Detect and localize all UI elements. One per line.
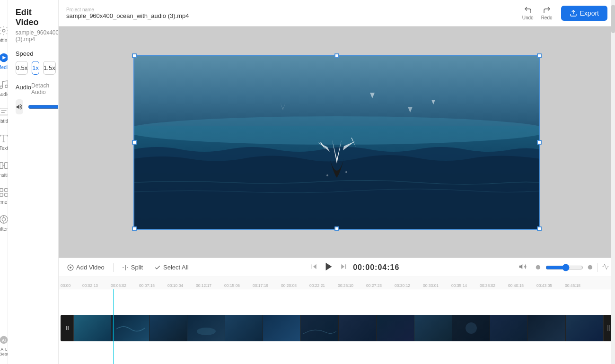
svg-rect-16 [5,189,8,191]
svg-rect-50 [66,326,67,330]
svg-point-30 [326,174,328,176]
play-button[interactable] [324,261,334,273]
thumb-11 [452,315,490,341]
audio-label: Audio [16,84,31,91]
svg-rect-17 [0,193,3,196]
sidebar-item-elements[interactable]: Elements [0,183,8,208]
empty-track-space [59,289,615,313]
speed-btn-1x[interactable]: 1x [32,61,39,75]
sidebar-item-media[interactable]: Media [0,49,8,74]
sidebar-item-settings[interactable]: Settings [0,22,8,47]
video-preview [133,55,540,230]
thumb-6 [263,315,301,341]
sidebar-label-elements: Elements [0,199,8,205]
timeline-volume-button[interactable] [518,262,527,272]
thumb-13 [528,315,566,341]
undo-redo-group: Undo Redo [519,4,555,22]
preview-header: Project name sample_960x400_ocean_with_a… [59,0,615,26]
tracks-container [59,289,615,364]
sidebar-item-subtitles[interactable]: Subtitles [0,103,8,128]
audio-header: Audio Detach Audio [16,82,51,95]
timeline-ruler: 00:00 00:02:13 00:05:02 00:07:15 00:10:0… [59,277,615,289]
svg-point-20 [2,217,5,221]
rewind-button[interactable] [310,263,318,272]
video-track [61,315,613,341]
edit-panel: Edit Video sample_960x400_ocean_with_aud… [8,0,59,364]
timeline-center-controls: 00:00:04:16 [197,261,513,273]
speed-btn-0-5x[interactable]: 0.5x [16,61,28,75]
sidebar-item-transitions[interactable]: Transitions [0,156,8,182]
svg-marker-38 [326,263,332,271]
speed-buttons: 0.5x 1x 1.5x 2x [16,61,51,75]
detach-audio-button[interactable]: Detach Audio [31,82,51,95]
toolbar-separator-1 [113,263,114,272]
sidebar-label-ai: A.I. (Beta) [0,347,8,356]
audio-volume-slider[interactable] [28,103,59,111]
sidebar-item-text[interactable]: Text [0,130,8,155]
zoom-in-icon [587,264,594,271]
project-info: Project name sample_960x400_ocean_with_a… [66,7,189,19]
sidebar: Settings Media Audio Subtitles [0,0,8,364]
svg-rect-18 [5,193,8,196]
scrollbar-thumb[interactable] [611,5,615,33]
svg-point-44 [588,265,592,269]
split-button[interactable]: Split [119,262,146,273]
fast-forward-button[interactable] [340,263,347,272]
svg-rect-7 [0,108,8,115]
svg-point-6 [5,85,8,88]
thumb-12 [490,315,528,341]
thumb-9 [377,315,414,341]
svg-point-41 [536,265,540,269]
svg-text:AI: AI [2,338,6,343]
sidebar-item-audio[interactable]: Audio [0,76,8,101]
audio-mute-button[interactable] [16,99,23,114]
audio-volume-control: 100% [28,103,59,111]
toolbar-separator-2 [531,263,531,272]
thumb-2 [112,315,149,341]
thumb-4 [187,315,225,341]
sidebar-item-ai[interactable]: AI A.I. (Beta) [0,331,8,360]
timeline-toolbar: Add Video Split Select All [59,258,615,277]
add-video-button[interactable]: Add Video [64,262,107,273]
speed-btn-1-5x[interactable]: 1.5x [43,61,56,75]
thumb-3 [149,315,187,341]
svg-line-42 [540,269,541,270]
menu-button[interactable] [0,4,8,20]
header-actions: Undo Redo [519,4,607,22]
zoom-slider[interactable] [545,264,583,271]
timeline-area: Add Video Split Select All [59,258,615,364]
vertical-scrollbar[interactable] [611,0,615,364]
speed-label: Speed [16,50,51,57]
thumb-5 [225,315,263,341]
track-thumbnails [74,315,604,341]
panel-subtitle: sample_960x400_ocean_with_audio (3).mp4 [16,29,51,43]
export-button[interactable]: Export [561,6,607,21]
thumb-7 [301,315,339,341]
svg-point-52 [197,328,216,335]
track-play-pause-button[interactable] [61,315,74,341]
svg-rect-15 [0,189,3,191]
thumb-10 [414,315,452,341]
zoom-out-icon [535,264,542,271]
svg-rect-51 [68,326,69,330]
sidebar-item-filters[interactable]: Filters [0,210,8,235]
current-time-display: 00:00:04:16 [353,263,399,272]
video-canvas [59,26,615,258]
svg-rect-13 [5,163,8,169]
right-panel: Project name sample_960x400_ocean_with_a… [59,0,615,364]
thumb-14 [566,315,604,341]
svg-marker-36 [313,264,316,269]
sidebar-label-audio: Audio [0,92,8,97]
sidebar-label-settings: Settings [0,38,8,43]
waveform-button[interactable] [602,263,609,272]
svg-line-45 [592,269,593,270]
svg-rect-12 [0,163,3,169]
svg-point-28 [133,116,540,145]
thumb-1 [74,315,112,341]
select-all-button[interactable]: Select All [151,262,191,273]
undo-button[interactable]: Undo [519,4,536,22]
svg-marker-39 [342,264,345,269]
redo-button[interactable]: Redo [538,4,555,22]
sidebar-label-subtitles: Subtitles [0,119,8,124]
sidebar-label-text: Text [0,146,8,151]
